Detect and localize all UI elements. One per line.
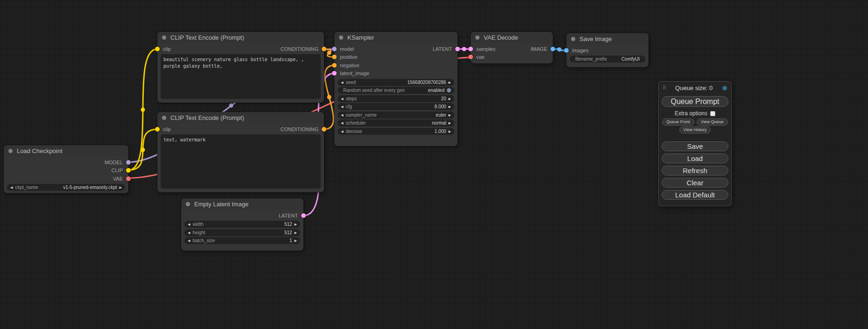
output-dot-latent[interactable]	[455, 47, 460, 51]
save-button[interactable]: Save	[662, 141, 728, 151]
input-dot-latent-image[interactable]	[332, 71, 337, 76]
increment-arrow-icon[interactable]: ▶	[449, 121, 451, 125]
output-dot-conditioning[interactable]	[322, 127, 326, 132]
widget-scheduler[interactable]: ◀ scheduler normal ▶	[338, 119, 454, 126]
increment-arrow-icon[interactable]: ▶	[295, 231, 297, 234]
node-title: CLIP Text Encode (Prompt)	[170, 34, 244, 41]
widget-sampler-name[interactable]: ◀ sampler_name euler ▶	[338, 112, 454, 119]
widget-value: 1.000	[435, 129, 446, 134]
decrement-arrow-icon[interactable]: ◀	[341, 97, 343, 100]
increment-arrow-icon[interactable]: ▶	[295, 223, 297, 226]
input-dot-clip[interactable]	[155, 127, 160, 132]
input-dot-samples[interactable]	[468, 47, 473, 51]
collapse-toggle-icon[interactable]	[571, 37, 575, 41]
widget-seed[interactable]: ◀ seed 156680208700286 ▶	[338, 79, 454, 86]
widget-denoise[interactable]: ◀ denoise 1.000 ▶	[338, 128, 454, 135]
widget-label: height	[192, 230, 205, 235]
increment-arrow-icon[interactable]: ▶	[295, 239, 297, 242]
input-dot-model[interactable]	[332, 47, 337, 51]
increment-arrow-icon[interactable]: ▶	[120, 186, 122, 189]
node-header[interactable]: Load Checkpoint	[4, 145, 128, 156]
increment-arrow-icon[interactable]: ▶	[449, 81, 451, 84]
widget-label: seed	[346, 80, 356, 85]
settings-gear-icon[interactable]: ✻	[722, 85, 727, 91]
widget-steps[interactable]: ◀ steps 20 ▶	[338, 95, 454, 102]
widget-control-after-generate[interactable]: Random seed after every gen enabled	[338, 87, 454, 94]
increment-arrow-icon[interactable]: ▶	[449, 113, 451, 117]
load-button[interactable]: Load	[662, 154, 728, 163]
increment-arrow-icon[interactable]: ▶	[449, 105, 451, 108]
output-dot-latent[interactable]	[301, 213, 306, 218]
widget-width[interactable]: ◀ width 512 ▶	[184, 221, 300, 228]
slot-row: images	[566, 46, 649, 55]
node-load-checkpoint[interactable]: Load Checkpoint MODEL CLIP VAE ◀ ckpt_na…	[4, 145, 128, 193]
node-vae-decode[interactable]: VAE Decode samples IMAGE vae	[471, 32, 553, 63]
decrement-arrow-icon[interactable]: ◀	[341, 121, 343, 125]
view-queue-button[interactable]: View Queue	[697, 119, 728, 126]
decrement-arrow-icon[interactable]: ◀	[188, 239, 190, 242]
decrement-arrow-icon[interactable]: ◀	[10, 186, 13, 189]
collapse-toggle-icon[interactable]	[339, 35, 343, 40]
decrement-arrow-icon[interactable]: ◀	[188, 231, 190, 234]
collapse-toggle-icon[interactable]	[162, 116, 166, 120]
node-save-image[interactable]: Save Image images filename_prefix ComfyU…	[566, 33, 649, 67]
extra-options-checkbox[interactable]	[710, 111, 715, 116]
graph-canvas[interactable]: Load Checkpoint MODEL CLIP VAE ◀ ckpt_na…	[0, 0, 868, 329]
input-dot-clip[interactable]	[155, 47, 160, 51]
prompt-textarea[interactable]: text, watermark	[161, 134, 321, 189]
widget-batch-size[interactable]: ◀ batch_size 1 ▶	[184, 237, 300, 244]
decrement-arrow-icon[interactable]: ◀	[341, 81, 343, 84]
input-dot-negative[interactable]	[332, 63, 337, 68]
output-dot-model[interactable]	[126, 160, 131, 165]
decrement-arrow-icon[interactable]: ◀	[341, 113, 343, 117]
output-dot-vae[interactable]	[126, 176, 131, 181]
drag-handle-icon[interactable]: ⠿	[663, 85, 666, 91]
collapse-toggle-icon[interactable]	[475, 35, 480, 40]
node-title: Save Image	[579, 35, 612, 42]
output-dot-image[interactable]	[550, 47, 555, 51]
decrement-arrow-icon[interactable]: ◀	[188, 223, 190, 226]
input-dot-positive[interactable]	[332, 55, 337, 59]
slot-row: vae	[471, 53, 553, 62]
node-empty-latent-image[interactable]: Empty Latent Image LATENT ◀ width 512 ▶ …	[181, 198, 303, 251]
increment-arrow-icon[interactable]: ▶	[449, 130, 451, 133]
node-clip-text-encode-negative[interactable]: CLIP Text Encode (Prompt) clip CONDITION…	[157, 112, 324, 192]
widget-label: batch_size	[192, 238, 215, 243]
decrement-arrow-icon[interactable]: ◀	[341, 130, 343, 133]
node-clip-text-encode-positive[interactable]: CLIP Text Encode (Prompt) clip CONDITION…	[157, 32, 324, 103]
node-header[interactable]: VAE Decode	[471, 32, 553, 43]
node-header[interactable]: Empty Latent Image	[181, 198, 303, 210]
widget-height[interactable]: ◀ height 512 ▶	[184, 229, 300, 236]
load-default-button[interactable]: Load Default	[662, 190, 728, 200]
node-header[interactable]: KSampler	[334, 32, 458, 43]
decrement-arrow-icon[interactable]: ◀	[341, 105, 343, 108]
slot-row: CLIP	[4, 167, 128, 175]
view-history-button[interactable]: View History	[679, 126, 711, 133]
collapse-toggle-icon[interactable]	[162, 35, 166, 40]
output-dot-conditioning[interactable]	[322, 47, 326, 51]
node-ksampler[interactable]: KSampler model LATENT positive negative …	[334, 32, 458, 146]
collapse-toggle-icon[interactable]	[186, 202, 190, 206]
increment-arrow-icon[interactable]: ▶	[449, 97, 451, 100]
output-dot-clip[interactable]	[126, 168, 131, 173]
prompt-textarea[interactable]: beautiful scenery nature glass bottle la…	[161, 54, 321, 99]
toggle-icon[interactable]	[447, 88, 451, 92]
queue-prompt-button[interactable]: Queue Prompt	[662, 96, 728, 107]
widget-filename-prefix[interactable]: filename_prefix ComfyUI	[570, 56, 645, 63]
node-header[interactable]: CLIP Text Encode (Prompt)	[157, 112, 324, 123]
clear-button[interactable]: Clear	[662, 178, 728, 188]
widget-label: sampler_name	[346, 112, 376, 118]
queue-front-button[interactable]: Queue Front	[662, 119, 694, 126]
widget-value: v1-5-pruned-emaonly.ckpt	[63, 185, 117, 190]
node-header[interactable]: CLIP Text Encode (Prompt)	[157, 32, 324, 43]
widget-ckpt-name[interactable]: ◀ ckpt_name v1-5-pruned-emaonly.ckpt ▶	[7, 184, 125, 191]
input-dot-vae[interactable]	[468, 55, 473, 59]
slot-row: clip CONDITIONING	[157, 45, 324, 53]
widget-cfg[interactable]: ◀ cfg 8.000 ▶	[338, 103, 454, 110]
collapse-toggle-icon[interactable]	[8, 149, 13, 153]
slot-row: samples IMAGE	[471, 45, 553, 53]
refresh-button[interactable]: Refresh	[662, 166, 728, 175]
input-dot-images[interactable]	[564, 48, 569, 53]
node-header[interactable]: Save Image	[566, 33, 649, 44]
extra-options-row: Extra options	[661, 110, 729, 117]
